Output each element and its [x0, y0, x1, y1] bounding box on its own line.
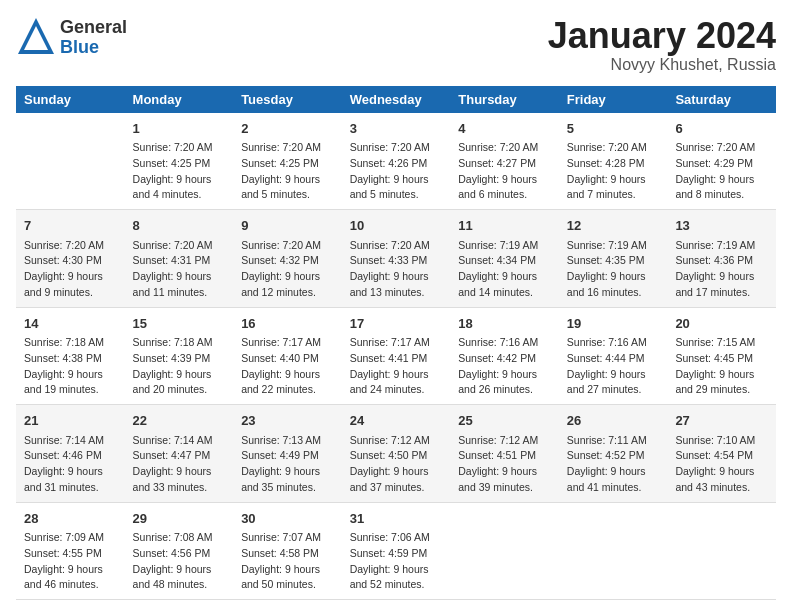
sunset: Sunset: 4:45 PM: [675, 351, 768, 367]
day-cell: 11 Sunrise: 7:19 AM Sunset: 4:34 PM Dayl…: [450, 210, 559, 308]
sunset: Sunset: 4:41 PM: [350, 351, 443, 367]
day-cell: 28 Sunrise: 7:09 AM Sunset: 4:55 PM Dayl…: [16, 502, 125, 600]
logo: General Blue: [16, 16, 127, 60]
sunset: Sunset: 4:40 PM: [241, 351, 334, 367]
day-number: 28: [24, 509, 117, 529]
daylight: Daylight: 9 hours and 39 minutes.: [458, 464, 551, 496]
header-thursday: Thursday: [450, 86, 559, 113]
sunrise: Sunrise: 7:09 AM: [24, 530, 117, 546]
day-cell: 6 Sunrise: 7:20 AM Sunset: 4:29 PM Dayli…: [667, 113, 776, 210]
sunset: Sunset: 4:50 PM: [350, 448, 443, 464]
sunrise: Sunrise: 7:20 AM: [133, 238, 226, 254]
daylight: Daylight: 9 hours and 48 minutes.: [133, 562, 226, 594]
day-number: 26: [567, 411, 660, 431]
day-cell: 3 Sunrise: 7:20 AM Sunset: 4:26 PM Dayli…: [342, 113, 451, 210]
daylight: Daylight: 9 hours and 22 minutes.: [241, 367, 334, 399]
day-number: 30: [241, 509, 334, 529]
week-row-3: 21 Sunrise: 7:14 AM Sunset: 4:46 PM Dayl…: [16, 405, 776, 503]
daylight: Daylight: 9 hours and 50 minutes.: [241, 562, 334, 594]
sunrise: Sunrise: 7:17 AM: [241, 335, 334, 351]
day-number: 8: [133, 216, 226, 236]
daylight: Daylight: 9 hours and 46 minutes.: [24, 562, 117, 594]
calendar-table: SundayMondayTuesdayWednesdayThursdayFrid…: [16, 86, 776, 601]
sunset: Sunset: 4:42 PM: [458, 351, 551, 367]
daylight: Daylight: 9 hours and 7 minutes.: [567, 172, 660, 204]
day-cell: 17 Sunrise: 7:17 AM Sunset: 4:41 PM Dayl…: [342, 307, 451, 405]
sunrise: Sunrise: 7:10 AM: [675, 433, 768, 449]
sunset: Sunset: 4:49 PM: [241, 448, 334, 464]
day-cell: [667, 502, 776, 600]
day-number: 9: [241, 216, 334, 236]
sunset: Sunset: 4:28 PM: [567, 156, 660, 172]
week-row-1: 7 Sunrise: 7:20 AM Sunset: 4:30 PM Dayli…: [16, 210, 776, 308]
sunset: Sunset: 4:46 PM: [24, 448, 117, 464]
day-number: 11: [458, 216, 551, 236]
day-number: 24: [350, 411, 443, 431]
header-monday: Monday: [125, 86, 234, 113]
header-tuesday: Tuesday: [233, 86, 342, 113]
day-number: 19: [567, 314, 660, 334]
week-row-0: 1 Sunrise: 7:20 AM Sunset: 4:25 PM Dayli…: [16, 113, 776, 210]
daylight: Daylight: 9 hours and 13 minutes.: [350, 269, 443, 301]
day-number: 16: [241, 314, 334, 334]
location: Novyy Khushet, Russia: [548, 56, 776, 74]
day-number: 27: [675, 411, 768, 431]
daylight: Daylight: 9 hours and 26 minutes.: [458, 367, 551, 399]
sunset: Sunset: 4:34 PM: [458, 253, 551, 269]
sunset: Sunset: 4:25 PM: [241, 156, 334, 172]
day-cell: 16 Sunrise: 7:17 AM Sunset: 4:40 PM Dayl…: [233, 307, 342, 405]
day-number: 7: [24, 216, 117, 236]
day-cell: 12 Sunrise: 7:19 AM Sunset: 4:35 PM Dayl…: [559, 210, 668, 308]
sunset: Sunset: 4:39 PM: [133, 351, 226, 367]
calendar-title: January 2024 Novyy Khushet, Russia: [548, 16, 776, 74]
sunrise: Sunrise: 7:06 AM: [350, 530, 443, 546]
sunset: Sunset: 4:26 PM: [350, 156, 443, 172]
sunset: Sunset: 4:29 PM: [675, 156, 768, 172]
sunrise: Sunrise: 7:16 AM: [458, 335, 551, 351]
sunrise: Sunrise: 7:20 AM: [24, 238, 117, 254]
day-number: 5: [567, 119, 660, 139]
sunrise: Sunrise: 7:20 AM: [567, 140, 660, 156]
sunrise: Sunrise: 7:19 AM: [458, 238, 551, 254]
day-cell: 7 Sunrise: 7:20 AM Sunset: 4:30 PM Dayli…: [16, 210, 125, 308]
day-number: 13: [675, 216, 768, 236]
day-number: 22: [133, 411, 226, 431]
day-number: 29: [133, 509, 226, 529]
daylight: Daylight: 9 hours and 17 minutes.: [675, 269, 768, 301]
day-cell: 29 Sunrise: 7:08 AM Sunset: 4:56 PM Dayl…: [125, 502, 234, 600]
week-row-2: 14 Sunrise: 7:18 AM Sunset: 4:38 PM Dayl…: [16, 307, 776, 405]
sunset: Sunset: 4:44 PM: [567, 351, 660, 367]
logo-general-text: General Blue: [60, 18, 127, 58]
day-cell: 27 Sunrise: 7:10 AM Sunset: 4:54 PM Dayl…: [667, 405, 776, 503]
day-cell: 2 Sunrise: 7:20 AM Sunset: 4:25 PM Dayli…: [233, 113, 342, 210]
day-cell: 24 Sunrise: 7:12 AM Sunset: 4:50 PM Dayl…: [342, 405, 451, 503]
sunrise: Sunrise: 7:13 AM: [241, 433, 334, 449]
header-friday: Friday: [559, 86, 668, 113]
sunrise: Sunrise: 7:16 AM: [567, 335, 660, 351]
daylight: Daylight: 9 hours and 9 minutes.: [24, 269, 117, 301]
day-cell: [559, 502, 668, 600]
day-number: 2: [241, 119, 334, 139]
header-sunday: Sunday: [16, 86, 125, 113]
daylight: Daylight: 9 hours and 33 minutes.: [133, 464, 226, 496]
sunrise: Sunrise: 7:14 AM: [133, 433, 226, 449]
sunrise: Sunrise: 7:20 AM: [675, 140, 768, 156]
day-cell: [450, 502, 559, 600]
sunset: Sunset: 4:31 PM: [133, 253, 226, 269]
daylight: Daylight: 9 hours and 24 minutes.: [350, 367, 443, 399]
daylight: Daylight: 9 hours and 31 minutes.: [24, 464, 117, 496]
day-number: 3: [350, 119, 443, 139]
sunset: Sunset: 4:56 PM: [133, 546, 226, 562]
sunset: Sunset: 4:58 PM: [241, 546, 334, 562]
day-cell: [16, 113, 125, 210]
sunset: Sunset: 4:32 PM: [241, 253, 334, 269]
day-number: 20: [675, 314, 768, 334]
day-number: 10: [350, 216, 443, 236]
day-number: 25: [458, 411, 551, 431]
sunrise: Sunrise: 7:20 AM: [241, 140, 334, 156]
sunset: Sunset: 4:36 PM: [675, 253, 768, 269]
daylight: Daylight: 9 hours and 43 minutes.: [675, 464, 768, 496]
daylight: Daylight: 9 hours and 41 minutes.: [567, 464, 660, 496]
daylight: Daylight: 9 hours and 11 minutes.: [133, 269, 226, 301]
day-cell: 20 Sunrise: 7:15 AM Sunset: 4:45 PM Dayl…: [667, 307, 776, 405]
